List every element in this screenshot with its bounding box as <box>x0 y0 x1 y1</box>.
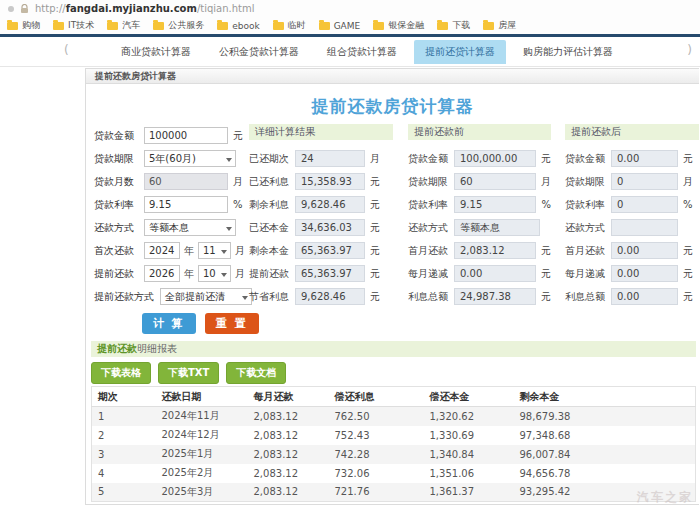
result-value: 0 <box>611 173 678 190</box>
tab-commercial-loan[interactable]: 商业贷款计算器 <box>110 40 202 64</box>
result-value: 9,628.46 <box>295 288 365 305</box>
term-select[interactable]: 5年(60月) <box>144 150 236 167</box>
cell-monthly-payment: 2,083.12 <box>248 483 329 502</box>
bookmark-folder[interactable]: 银保金融 <box>373 19 424 32</box>
reset-button[interactable]: 重 置 <box>205 313 259 334</box>
term-value: 5年(60月) <box>149 153 196 164</box>
cell-period: 4 <box>92 464 156 483</box>
bookmark-folder[interactable]: 下载 <box>437 19 470 32</box>
bookmark-folder[interactable]: ebook <box>217 21 259 31</box>
tab-prepayment[interactable]: 提前还贷计算器 <box>414 40 506 64</box>
rate-label: 贷款利率 <box>94 198 144 212</box>
folder-icon <box>217 22 228 30</box>
method-label: 还款方式 <box>94 221 144 235</box>
download-doc-button[interactable]: 下载文档 <box>226 362 286 384</box>
security-lock-icon[interactable] <box>20 4 29 14</box>
loan-input-form: 贷款金额 元 贷款期限 5年(60月) 贷款月数 月 贷款利率 % 还款方式 等… <box>94 124 269 334</box>
result-label: 还款方式 <box>408 221 454 235</box>
amount-label: 贷款金额 <box>94 129 144 143</box>
result-row: 节省利息9,628.46元 <box>249 285 393 308</box>
result-value: 34,636.03 <box>295 219 365 236</box>
tab-combo-loan[interactable]: 组合贷款计算器 <box>316 40 408 64</box>
bookmark-label: ebook <box>232 21 259 31</box>
method-select[interactable]: 等额本息 <box>144 219 236 236</box>
form-row-rate: 贷款利率 % <box>94 193 269 216</box>
bookmark-folder[interactable]: 临时 <box>273 19 306 32</box>
folder-icon <box>53 22 64 30</box>
folder-icon <box>437 22 448 30</box>
cell-monthly-payment: 2,083.12 <box>248 464 329 483</box>
tab-affordability[interactable]: 购房能力评估计算器 <box>512 40 624 64</box>
download-excel-button[interactable]: 下载表格 <box>91 362 151 384</box>
result-unit: 元 <box>370 267 380 281</box>
result-value: 24 <box>295 150 365 167</box>
chevron-down-icon <box>226 158 232 162</box>
address-url[interactable]: http://fangdai.myjianzhu.com/tiqian.html <box>35 3 255 14</box>
folder-icon <box>153 22 164 30</box>
form-buttons: 计 算 重 置 <box>142 313 269 334</box>
bookmark-label: 房屋 <box>498 19 516 32</box>
report-title-rest: 明细报表 <box>137 343 177 354</box>
table-row: 12024年11月2,083.12762.501,320.6298,679.38 <box>92 407 696 426</box>
cell-period: 1 <box>92 407 156 426</box>
bookmark-label: 下载 <box>452 19 470 32</box>
result-row: 还款方式等额本息 <box>408 216 551 239</box>
bookmark-folder[interactable]: IT技术 <box>53 19 94 32</box>
form-row-prepay-date: 提前还款 年 10 月 <box>94 262 269 285</box>
method-value: 等额本息 <box>149 222 189 233</box>
download-txt-button[interactable]: 下载TXT <box>158 362 219 384</box>
cell-date: 2024年12月 <box>156 426 248 445</box>
result-row: 贷款利率0% <box>565 193 699 216</box>
result-row: 贷款期限0月 <box>565 170 699 193</box>
bookmark-folder[interactable]: GAME <box>319 21 361 31</box>
bookmark-folder[interactable]: 汽车 <box>107 19 140 32</box>
url-prefix: http:// <box>35 3 66 14</box>
cell-principal-paid: 1,361.37 <box>424 483 514 502</box>
prepay-method-select[interactable]: 全部提前还清 <box>160 288 252 305</box>
prepay-month-select[interactable]: 10 <box>198 265 231 282</box>
result-row: 提前还款65,363.97元 <box>249 262 393 285</box>
result-unit: 元 <box>541 244 551 258</box>
prepay-year-input[interactable] <box>144 265 180 282</box>
bookmark-label: 临时 <box>288 19 306 32</box>
tabs: 商业贷款计算器 公积金贷款计算器 组合贷款计算器 提前还贷计算器 购房能力评估计… <box>110 40 630 64</box>
cell-remaining-principal: 97,348.68 <box>514 426 696 445</box>
folder-icon <box>273 22 284 30</box>
bookmark-folder[interactable]: 房屋 <box>483 19 516 32</box>
cell-principal-paid: 1,330.69 <box>424 426 514 445</box>
result-row: 已还利息15,358.93元 <box>249 170 393 193</box>
result-label: 剩余本金 <box>249 244 295 258</box>
tabs-scroll-left-icon[interactable]: ( <box>64 43 69 57</box>
result-row: 首月还款2,083.12元 <box>408 239 551 262</box>
first-payment-year-input[interactable] <box>144 242 180 259</box>
amount-input[interactable] <box>144 127 228 144</box>
table-row: 32025年1月2,083.12742.281,340.8496,007.84 <box>92 445 696 464</box>
col-header-date: 还款日期 <box>156 387 248 407</box>
calculate-button[interactable]: 计 算 <box>142 313 196 334</box>
cell-date: 2024年11月 <box>156 407 248 426</box>
bookmark-label: 公共服务 <box>168 19 204 32</box>
tabs-scroll-right-icon[interactable]: ) <box>687 43 692 57</box>
month-value: 11 <box>203 245 216 256</box>
first-payment-month-select[interactable]: 11 <box>198 242 231 259</box>
result-unit: 元 <box>370 198 380 212</box>
chevron-down-icon <box>221 250 227 254</box>
cell-interest-paid: 742.28 <box>329 445 424 464</box>
url-bar[interactable]: http://fangdai.myjianzhu.com/tiqian.html <box>0 0 700 17</box>
tab-fund-loan[interactable]: 公积金贷款计算器 <box>208 40 310 64</box>
col-header-interest-paid: 偿还利息 <box>329 387 424 407</box>
bookmark-folder[interactable]: 公共服务 <box>153 19 204 32</box>
cell-interest-paid: 732.06 <box>329 464 424 483</box>
bookmark-label: 银保金融 <box>388 19 424 32</box>
result-label: 已还期次 <box>249 152 295 166</box>
result-value: 0.00 <box>611 150 678 167</box>
cell-period: 2 <box>92 426 156 445</box>
rate-input[interactable] <box>144 196 228 213</box>
cell-date: 2025年1月 <box>156 445 248 464</box>
report-title-strong: 提前还款 <box>97 343 137 354</box>
result-unit: 元 <box>370 290 380 304</box>
bookmark-label: IT技术 <box>68 19 94 32</box>
result-value: 65,363.97 <box>295 242 365 259</box>
panel-header: 提前还款房贷计算器 <box>86 69 699 84</box>
bookmark-folder[interactable]: 购物 <box>7 19 40 32</box>
